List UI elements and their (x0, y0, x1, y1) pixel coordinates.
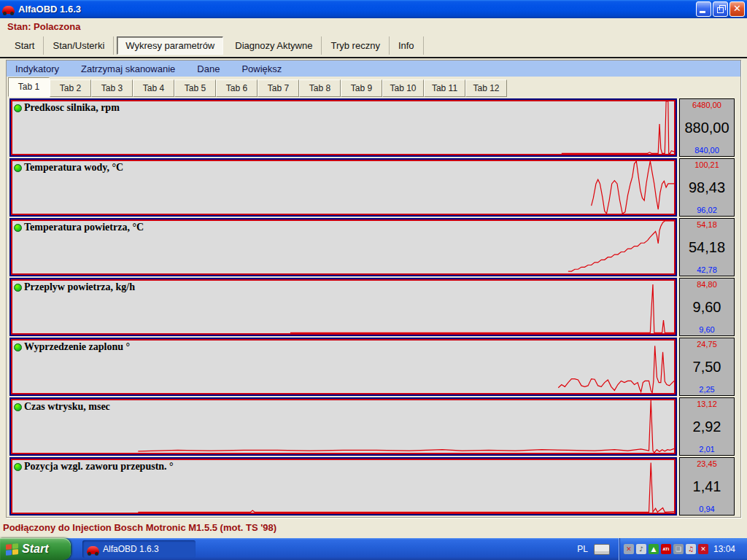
max-value: 13,12 (697, 400, 717, 408)
current-value: 1,41 (693, 478, 721, 494)
status-led-icon (14, 284, 22, 292)
status-led-icon (14, 463, 22, 471)
parameter-label: Czas wtrysku, msec (14, 401, 110, 413)
tab-strip: Tab 1Tab 2Tab 3Tab 4Tab 5Tab 6Tab 7Tab 8… (7, 77, 740, 97)
chart-area[interactable]: Czas wtrysku, msec (9, 397, 677, 456)
status-led-icon (14, 403, 22, 411)
tray-security-alert-icon[interactable]: ✕ (698, 544, 708, 554)
tab-tab-3[interactable]: Tab 3 (91, 79, 133, 97)
status-led-icon (14, 343, 22, 351)
parameter-panel-czas-wtrysku-msec: Czas wtrysku, msec13,122,922,01 (9, 397, 735, 456)
parameter-name: Pozycja wzgl. zaworu przepustn. ° (24, 461, 174, 472)
close-button[interactable]: ✕ (729, 1, 745, 17)
menu-item-indykatory[interactable]: Indykatory (15, 63, 59, 74)
keyboard-icon[interactable] (594, 544, 610, 555)
tray-audio-device-icon[interactable]: ♫ (686, 544, 696, 554)
min-value: 9,60 (699, 325, 714, 334)
main-tab-diagnozy-aktywne[interactable]: Diagnozy Aktywne (226, 36, 322, 55)
language-bar: PL (577, 538, 617, 560)
current-value: 9,60 (693, 299, 721, 315)
max-value: 6480,00 (692, 101, 721, 109)
taskbar: Start AlfaOBD 1.6.3 PL ✕♪▲ATI❏♫✕13:04 (0, 538, 747, 560)
parameter-name: Temperatura wody, °C (24, 162, 123, 174)
main-tab-stan-usterki[interactable]: Stan/Usterki (44, 36, 114, 55)
max-value: 23,45 (697, 459, 717, 468)
tab-tab-12[interactable]: Tab 12 (465, 79, 507, 97)
tab-tab-11[interactable]: Tab 11 (424, 79, 465, 97)
parameter-name: Wyprzedzenie zaplonu ° (24, 341, 130, 353)
chart-area[interactable]: Temperatura wody, °C (9, 158, 677, 217)
chart-area[interactable]: Przeplyw powietrza, kg/h (9, 278, 677, 336)
taskbar-task-alfaobd[interactable]: AlfaOBD 1.6.3 (82, 540, 196, 558)
tray-update-arrow-icon[interactable]: ▲ (649, 544, 659, 554)
tray-dual-display-icon[interactable]: ❏ (673, 544, 684, 554)
value-panel: 54,1854,1842,78 (679, 218, 735, 276)
min-value: 840,00 (694, 146, 719, 155)
content-frame: IndykatoryZatrzymaj skanowanieDanePowięk… (6, 60, 741, 518)
tab-tab-10[interactable]: Tab 10 (382, 79, 424, 97)
menu-item-zatrzymaj-skanowanie[interactable]: Zatrzymaj skanowanie (81, 63, 175, 74)
system-tray: ✕♪▲ATI❏♫✕13:04 (619, 538, 747, 560)
current-value: 880,00 (684, 120, 729, 136)
start-button[interactable]: Start (0, 538, 71, 560)
start-label: Start (22, 542, 48, 556)
parameter-panel-przeplyw-powietrza-kg-h: Przeplyw powietrza, kg/h84,809,609,60 (9, 278, 735, 336)
task-car-icon (87, 546, 99, 554)
value-panel: 24,757,502,25 (679, 338, 735, 396)
tab-tab-4[interactable]: Tab 4 (133, 79, 174, 97)
tray-volume-icon[interactable]: ♪ (636, 544, 646, 554)
tab-tab-8[interactable]: Tab 8 (299, 79, 341, 97)
status-led-icon (14, 164, 22, 172)
parameter-panel-temperatura-wody-c: Temperatura wody, °C100,2198,4396,02 (9, 158, 735, 217)
parameter-label: Temperatura powietrza, °C (14, 222, 144, 233)
max-value: 100,21 (694, 160, 719, 169)
tab-tab-9[interactable]: Tab 9 (341, 79, 382, 97)
value-panel: 13,122,922,01 (679, 397, 735, 456)
ecu-status: Podłączony do Injection Bosch Motronic M… (3, 522, 276, 533)
parameter-panel-temperatura-powietrza-c: Temperatura powietrza, °C54,1854,1842,78 (9, 218, 735, 276)
max-value: 84,80 (697, 280, 717, 289)
tab-tab-2[interactable]: Tab 2 (50, 79, 91, 97)
min-value: 2,01 (699, 445, 714, 454)
main-tab-wykresy-parametr-w[interactable]: Wykresy parametrów (117, 36, 223, 55)
parameter-panel-pozycja-wzgl-zaworu-przepustn: Pozycja wzgl. zaworu przepustn. °23,451,… (9, 457, 735, 516)
current-value: 98,43 (689, 179, 725, 195)
parameter-label: Wyprzedzenie zaplonu ° (14, 341, 130, 353)
chart-area[interactable]: Temperatura powietrza, °C (9, 218, 677, 276)
tab-tab-5[interactable]: Tab 5 (174, 79, 216, 97)
waveform (12, 400, 674, 453)
language-indicator[interactable]: PL (577, 544, 588, 554)
tray-display-error-icon[interactable]: ✕ (624, 544, 634, 554)
parameter-name: Predkosc silnika, rpm (24, 102, 120, 114)
main-tab-info[interactable]: Info (390, 36, 424, 55)
menu-item-powi-ksz[interactable]: Powiększ (241, 63, 282, 74)
task-label: AlfaOBD 1.6.3 (103, 544, 159, 554)
window-title: AlfaOBD 1.6.3 (18, 4, 694, 15)
panels-container: Predkosc silnika, rpm6480,00880,00840,00… (7, 97, 740, 516)
minimize-icon (700, 11, 705, 13)
tab-tab-1[interactable]: Tab 1 (8, 77, 50, 97)
clock[interactable]: 13:04 (713, 544, 735, 554)
parameter-name: Temperatura powietrza, °C (24, 222, 144, 233)
tray-ati-icon[interactable]: ATI (661, 544, 671, 554)
parameter-label: Pozycja wzgl. zaworu przepustn. ° (14, 461, 174, 472)
restore-icon (717, 7, 724, 13)
chart-area[interactable]: Pozycja wzgl. zaworu przepustn. ° (9, 457, 677, 516)
parameter-name: Czas wtrysku, msec (24, 401, 110, 413)
restore-button[interactable] (713, 1, 728, 17)
minimize-button[interactable] (696, 1, 711, 17)
title-bar: AlfaOBD 1.6.3 ✕ (0, 0, 747, 18)
close-icon: ✕ (730, 3, 744, 14)
tab-tab-7[interactable]: Tab 7 (258, 79, 299, 97)
main-tab-tryb-reczny[interactable]: Tryb reczny (322, 36, 389, 55)
main-tab-start[interactable]: Start (6, 36, 44, 55)
status-led-icon (14, 104, 22, 112)
tab-tab-6[interactable]: Tab 6 (216, 79, 258, 97)
chart-area[interactable]: Predkosc silnika, rpm (9, 98, 677, 157)
max-value: 54,18 (697, 220, 717, 229)
app-car-icon (2, 6, 15, 14)
min-value: 2,25 (699, 385, 714, 394)
current-value: 54,18 (689, 239, 725, 255)
chart-area[interactable]: Wyprzedzenie zaplonu ° (9, 338, 677, 396)
menu-item-dane[interactable]: Dane (197, 63, 220, 74)
